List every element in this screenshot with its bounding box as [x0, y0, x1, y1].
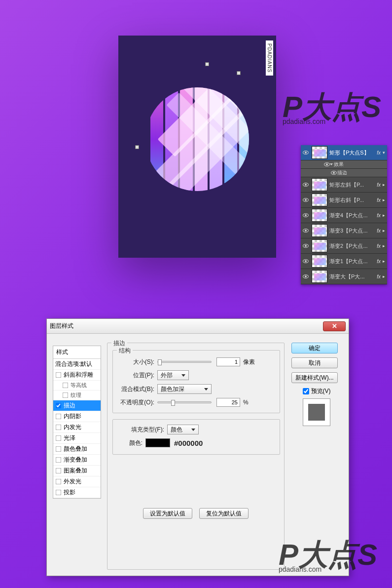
ok-button[interactable]: 确定 [291, 343, 338, 353]
chevron-right-icon[interactable]: ▸ [383, 243, 387, 248]
checkbox[interactable] [56, 372, 62, 378]
layer-name[interactable]: 矩形左斜【P... [329, 181, 375, 189]
style-item-color-overlay[interactable]: 颜色叠加 [53, 444, 101, 455]
chevron-right-icon[interactable]: ▸ [383, 259, 387, 264]
close-button[interactable]: ✕ [323, 321, 346, 331]
size-input[interactable] [216, 357, 240, 366]
layer-row[interactable]: 渐变4【P大点... fx▸ [301, 208, 387, 223]
layer-thumbnail[interactable] [312, 194, 327, 206]
layer-name[interactable]: 渐变4【P大点... [329, 212, 375, 219]
layer-name[interactable]: 渐变1【P大点... [329, 258, 375, 265]
blend-mode-dropdown[interactable]: 颜色加深 [157, 384, 212, 394]
transform-handle[interactable] [135, 145, 139, 149]
layer-row[interactable]: 渐变1【P大点... fx▸ [301, 254, 387, 269]
chevron-right-icon[interactable]: ▸ [383, 197, 387, 202]
layer-row[interactable]: 渐变3【P大点... fx▸ [301, 223, 387, 238]
layer-name[interactable]: 矩形【P大点S】 [329, 149, 375, 157]
checkbox[interactable] [56, 479, 62, 485]
style-list[interactable]: 样式 混合选项:默认 斜面和浮雕 等高线 纹理 描边 内阴影 内发光 光泽 颜色… [53, 346, 101, 499]
checkbox[interactable] [56, 425, 62, 431]
fx-badge[interactable]: fx [375, 213, 383, 218]
layer-row[interactable]: 渐变2【P大点... fx▸ [301, 238, 387, 254]
checkbox[interactable] [56, 468, 62, 474]
layer-name[interactable]: 渐变3【P大点... [329, 227, 375, 235]
visibility-toggle[interactable] [301, 244, 311, 248]
checkbox[interactable] [56, 490, 62, 496]
visibility-toggle[interactable] [301, 229, 311, 233]
visibility-toggle[interactable] [301, 213, 311, 217]
checkbox[interactable] [63, 383, 69, 389]
layer-thumbnail[interactable] [312, 146, 327, 159]
layer-thumbnail[interactable] [312, 209, 327, 222]
color-swatch[interactable] [145, 438, 170, 447]
layer-name[interactable]: 渐变大【P大... [329, 273, 375, 280]
blend-options-row[interactable]: 混合选项:默认 [53, 359, 101, 370]
style-item-drop-shadow[interactable]: 投影 [53, 487, 101, 498]
fx-badge[interactable]: fx [375, 197, 383, 203]
visibility-toggle[interactable] [301, 198, 311, 202]
layer-row[interactable]: 矩形左斜【P... fx▸ [301, 177, 387, 193]
fx-badge[interactable]: fx [375, 182, 383, 188]
checkbox[interactable] [56, 435, 62, 441]
style-item-inner-shadow[interactable]: 内阴影 [53, 411, 101, 422]
style-item-contour[interactable]: 等高线 [53, 381, 101, 391]
style-item-pattern-overlay[interactable]: 图案叠加 [53, 466, 101, 476]
layer-row[interactable]: 矩形【P大点S】 fx▾ [301, 145, 387, 160]
layer-name[interactable]: 矩形右斜【P... [329, 196, 375, 204]
chevron-right-icon[interactable]: ▸ [383, 274, 387, 279]
eye-icon [324, 162, 330, 166]
layer-stroke-effect-row[interactable]: 描边 [301, 169, 387, 177]
visibility-toggle[interactable] [301, 259, 311, 263]
fx-badge[interactable]: fx [375, 150, 383, 156]
style-list-header[interactable]: 样式 [53, 346, 101, 359]
style-item-bevel[interactable]: 斜面和浮雕 [53, 370, 101, 381]
style-item-gradient-overlay[interactable]: 渐变叠加 [53, 455, 101, 466]
chevron-right-icon[interactable]: ▸ [383, 182, 387, 187]
layer-thumbnail[interactable] [312, 178, 327, 191]
fill-type-dropdown[interactable]: 颜色 [167, 425, 199, 434]
layers-panel[interactable]: 矩形【P大点S】 fx▾ 效果 描边 矩形左斜【P... fx▸ 矩形右斜【P.… [301, 145, 387, 284]
fx-badge[interactable]: fx [375, 228, 383, 234]
visibility-toggle[interactable] [301, 274, 311, 278]
preview-checkbox[interactable] [303, 388, 309, 394]
style-item-texture[interactable]: 纹理 [53, 391, 101, 400]
layer-effects-row[interactable]: 效果 [301, 160, 387, 169]
set-default-button[interactable]: 设置为默认值 [143, 508, 192, 519]
cancel-button[interactable]: 取消 [291, 357, 338, 368]
style-item-inner-glow[interactable]: 内发光 [53, 422, 101, 433]
style-item-outer-glow[interactable]: 外发光 [53, 476, 101, 487]
size-unit: 像素 [243, 358, 255, 366]
fx-badge[interactable]: fx [375, 259, 383, 264]
checkbox[interactable] [56, 414, 62, 420]
dialog-titlebar[interactable]: 图层样式 ✕ [47, 319, 349, 334]
layer-thumbnail[interactable] [312, 270, 327, 283]
position-dropdown[interactable]: 外部 [157, 370, 189, 380]
opacity-input[interactable] [216, 398, 240, 407]
visibility-toggle[interactable] [301, 183, 311, 187]
layer-name[interactable]: 渐变2【P大点... [329, 242, 375, 250]
transform-handle[interactable] [205, 62, 209, 66]
checkbox[interactable] [56, 403, 62, 409]
chevron-right-icon[interactable]: ▸ [383, 213, 387, 218]
new-style-button[interactable]: 新建样式(W)... [291, 372, 338, 383]
style-item-satin[interactable]: 光泽 [53, 433, 101, 444]
chevron-down-icon[interactable]: ▾ [383, 150, 387, 155]
layer-row[interactable]: 矩形右斜【P... fx▸ [301, 193, 387, 208]
fx-badge[interactable]: fx [375, 243, 383, 249]
layer-thumbnail[interactable] [312, 224, 327, 237]
reset-default-button[interactable]: 复位为默认值 [199, 508, 249, 519]
chevron-right-icon[interactable]: ▸ [383, 228, 387, 233]
opacity-unit: % [243, 399, 249, 406]
style-item-stroke[interactable]: 描边 [53, 400, 101, 411]
size-slider[interactable] [157, 361, 212, 363]
opacity-slider[interactable] [157, 401, 212, 403]
checkbox[interactable] [56, 446, 62, 452]
layer-row[interactable]: 渐变大【P大... fx▸ [301, 269, 387, 284]
checkbox[interactable] [63, 392, 69, 398]
transform-handle[interactable] [237, 71, 241, 75]
layer-thumbnail[interactable] [312, 239, 327, 252]
fx-badge[interactable]: fx [375, 274, 383, 279]
layer-thumbnail[interactable] [312, 255, 327, 268]
visibility-toggle[interactable] [301, 151, 311, 155]
checkbox[interactable] [56, 457, 62, 463]
